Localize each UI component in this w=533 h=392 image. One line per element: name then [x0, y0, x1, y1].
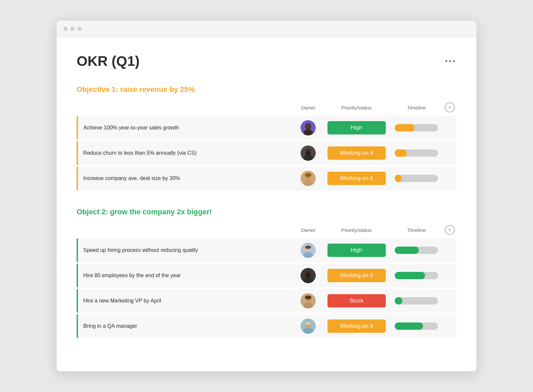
timeline-bar — [395, 322, 438, 330]
col-add-label: + — [443, 225, 456, 235]
table-row: Bring in a QA manager Working on it — [77, 314, 456, 338]
svg-point-19 — [305, 274, 311, 278]
priority-cell[interactable]: High — [323, 244, 390, 257]
section-obj1: Objective 1: raise revenue by 25% Owner … — [77, 85, 456, 190]
timeline-bar — [395, 247, 438, 254]
priority-cell[interactable]: Working on it — [323, 319, 390, 333]
priority-cell[interactable]: Working on it — [323, 269, 390, 282]
priority-badge: Working on it — [327, 269, 386, 282]
timeline-bar — [395, 124, 438, 131]
titlebar — [57, 21, 476, 37]
timeline-cell[interactable] — [390, 322, 443, 330]
avatar — [300, 318, 316, 334]
add-row-button[interactable]: + — [445, 225, 455, 235]
timeline-bar — [395, 175, 438, 182]
col-owner-label: Owner — [293, 225, 323, 235]
task-label: Speed up hiring process without reducing… — [78, 247, 293, 253]
avatar — [300, 243, 316, 258]
timeline-bar — [395, 297, 438, 304]
table-row: Reduce churn to less than 5% annually (v… — [77, 141, 456, 165]
col-owner-label: Owner — [293, 102, 323, 112]
table-obj2: Owner Priority/status Timeline + Speed u… — [77, 223, 456, 338]
col-task-label — [82, 102, 293, 112]
priority-badge: Working on it — [327, 172, 386, 185]
timeline-fill — [395, 149, 407, 157]
timeline-bar — [395, 272, 438, 279]
timeline-cell[interactable] — [390, 297, 443, 304]
table-header-obj1: Owner Priority/status Timeline + — [77, 100, 456, 116]
timeline-cell[interactable] — [390, 175, 443, 182]
timeline-fill — [395, 322, 423, 330]
timeline-cell[interactable] — [390, 247, 443, 254]
timeline-cell[interactable] — [390, 124, 443, 131]
window-dot-green — [77, 27, 82, 31]
section-title-obj2: Object 2: grow the company 2x bigger! — [77, 208, 456, 216]
svg-point-27 — [305, 324, 311, 328]
window-dot-yellow — [70, 27, 75, 31]
svg-point-3 — [306, 124, 310, 128]
col-task-label — [82, 225, 293, 235]
task-label: Bring in a QA manager — [78, 323, 293, 329]
svg-point-7 — [305, 152, 311, 155]
window-dot-red — [63, 27, 68, 31]
priority-badge: Working on it — [327, 319, 386, 333]
table-row: Increase company ave. deal size by 30% W… — [77, 166, 456, 190]
timeline-fill — [395, 124, 414, 131]
table-header-obj2: Owner Priority/status Timeline + — [77, 223, 456, 238]
owner-cell[interactable] — [293, 293, 323, 308]
section-obj2: Object 2: grow the company 2x bigger! Ow… — [77, 208, 456, 338]
task-label: Hire a new Marketing VP by April — [78, 298, 293, 304]
timeline-fill — [395, 247, 419, 254]
task-label: Increase company ave. deal size by 30% — [78, 175, 293, 181]
page-header: OKR (Q1) ••• — [77, 53, 456, 69]
priority-badge: High — [327, 244, 386, 257]
col-priority-label: Priority/status — [323, 225, 390, 235]
col-timeline-label: Timeline — [390, 225, 443, 235]
table-row: Achieve 100% year-to-year sales growth H… — [77, 116, 456, 140]
task-label: Hire 80 employees by the end of the year — [78, 273, 293, 279]
svg-point-11 — [305, 173, 311, 177]
timeline-cell[interactable] — [390, 272, 443, 279]
owner-cell[interactable] — [293, 120, 323, 135]
timeline-fill — [395, 297, 402, 304]
owner-cell[interactable] — [293, 268, 323, 283]
col-priority-label: Priority/status — [323, 102, 390, 112]
priority-cell[interactable]: Stuck — [323, 294, 390, 307]
owner-cell[interactable] — [293, 171, 323, 186]
owner-cell[interactable] — [293, 243, 323, 258]
owner-cell[interactable] — [293, 145, 323, 161]
priority-cell[interactable]: High — [323, 121, 390, 134]
more-options-icon[interactable]: ••• — [445, 57, 456, 66]
priority-cell[interactable]: Working on it — [323, 172, 390, 185]
col-timeline-label: Timeline — [390, 102, 443, 112]
avatar — [300, 171, 316, 186]
priority-badge: High — [327, 121, 386, 134]
timeline-cell[interactable] — [390, 149, 443, 157]
page-content: OKR (Q1) ••• Objective 1: raise revenue … — [57, 37, 476, 371]
task-label: Reduce churn to less than 5% annually (v… — [78, 150, 293, 156]
task-label: Achieve 100% year-to-year sales growth — [78, 125, 293, 131]
page-title: OKR (Q1) — [77, 53, 140, 69]
app-window: OKR (Q1) ••• Objective 1: raise revenue … — [57, 21, 476, 371]
priority-cell[interactable]: Working on it — [323, 146, 390, 160]
col-add-label: + — [443, 102, 456, 112]
table-row: Hire 80 employees by the end of the year… — [77, 264, 456, 288]
avatar — [300, 120, 316, 135]
avatar — [300, 268, 316, 283]
svg-point-15 — [305, 246, 311, 249]
priority-badge: Working on it — [327, 146, 386, 160]
priority-badge: Stuck — [327, 294, 386, 307]
avatar — [300, 145, 316, 161]
timeline-bar — [395, 149, 438, 157]
table-obj1: Owner Priority/status Timeline + Achieve… — [77, 100, 456, 190]
owner-cell[interactable] — [293, 318, 323, 334]
table-row: Hire a new Marketing VP by April Stuck — [77, 289, 456, 313]
add-row-button[interactable]: + — [445, 102, 455, 112]
sections-container: Objective 1: raise revenue by 25% Owner … — [77, 85, 456, 338]
table-row: Speed up hiring process without reducing… — [77, 238, 456, 262]
avatar — [300, 293, 316, 308]
section-title-obj1: Objective 1: raise revenue by 25% — [77, 85, 456, 94]
timeline-fill — [395, 272, 425, 279]
svg-point-23 — [305, 295, 311, 299]
timeline-fill — [395, 175, 401, 182]
